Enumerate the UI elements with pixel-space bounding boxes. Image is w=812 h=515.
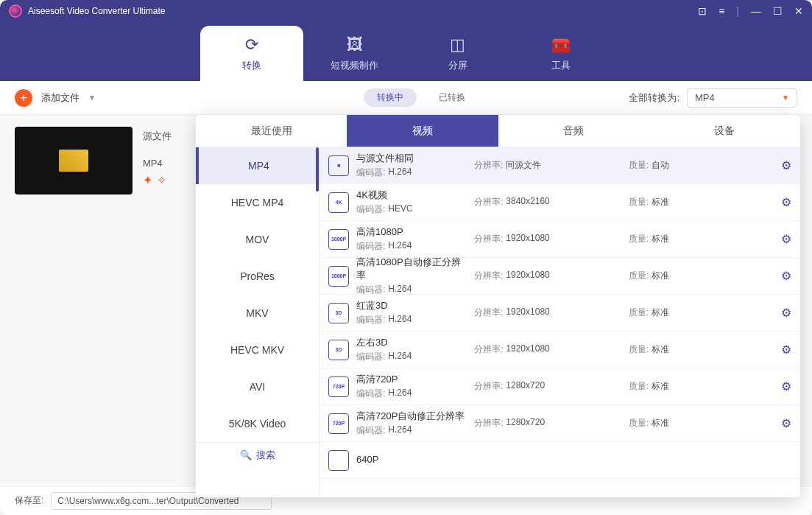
format-badge-icon: 3D <box>328 340 349 360</box>
format-preset-row[interactable]: 3D左右3D编码器:H.264分辨率:1920x1080质量:标准⚙ <box>319 332 800 368</box>
resolution-value: 1920x1080 <box>506 306 549 319</box>
add-files-label[interactable]: 添加文件 <box>41 91 80 105</box>
tab-converting[interactable]: 转换中 <box>364 88 417 107</box>
dd-tab-device[interactable]: 设备 <box>649 115 800 147</box>
format-category-item[interactable]: MP4 <box>196 147 319 184</box>
dd-tab-video[interactable]: 视频 <box>347 115 498 147</box>
quality-label: 质量: <box>629 306 649 319</box>
preset-title: 左右3D <box>356 336 467 349</box>
tab-converted[interactable]: 已转换 <box>426 88 479 107</box>
encoder-value: HEVC <box>388 203 412 216</box>
quality-value: 标准 <box>652 196 669 209</box>
maximize-icon[interactable]: ☐ <box>773 5 783 17</box>
preset-title: 红蓝3D <box>356 299 467 312</box>
gear-icon[interactable]: ⚙ <box>781 416 791 430</box>
nav-collage-label: 分屏 <box>448 59 467 72</box>
format-preset-row[interactable]: 720P高清720P编码器:H.264分辨率:1280x720质量:标准⚙ <box>319 368 800 405</box>
dd-tab-recent[interactable]: 最近使用 <box>196 115 347 147</box>
nav-tools[interactable]: 🧰 工具 <box>509 26 612 81</box>
nav-convert[interactable]: ⟳ 转换 <box>200 26 303 81</box>
chevron-down-icon[interactable]: ▼ <box>88 94 96 102</box>
tools-icon: 🧰 <box>551 35 571 55</box>
format-badge-icon: ■ <box>328 155 349 176</box>
close-icon[interactable]: ✕ <box>794 5 803 17</box>
encoder-value: H.264 <box>388 314 412 326</box>
menu-icon[interactable]: ≡ <box>719 5 724 17</box>
source-file-label: 源文件 <box>143 130 172 143</box>
format-preset-row[interactable]: 1080P高清1080P编码器:H.264分辨率:1920x1080质量:标准⚙ <box>319 221 800 258</box>
encoder-value: H.264 <box>388 240 412 253</box>
format-category-item[interactable]: MOV <box>196 221 319 258</box>
scrollbar[interactable] <box>316 147 319 192</box>
dd-tab-audio[interactable]: 音频 <box>498 115 649 147</box>
quality-value: 自动 <box>652 159 669 172</box>
format-category-item[interactable]: AVI <box>196 368 319 405</box>
format-preset-list: ■与源文件相同编码器:H.264分辨率:同源文件质量:自动⚙4K4K视频编码器:… <box>319 147 800 497</box>
nav-tools-label: 工具 <box>551 59 571 72</box>
video-thumbnail[interactable] <box>15 127 133 195</box>
titlebar: Aiseesoft Video Converter Ultimate ⊡ ≡ |… <box>0 0 812 22</box>
encoder-label: 编码器: <box>356 203 385 216</box>
format-preset-row[interactable]: 4K4K视频编码器:HEVC分辨率:3840x2160质量:标准⚙ <box>319 184 800 221</box>
resolution-value: 1920x1080 <box>506 270 549 282</box>
resolution-label: 分辨率: <box>474 233 503 245</box>
preset-title: 高清1080P <box>356 225 467 239</box>
resolution-value: 1280x720 <box>506 380 545 393</box>
encoder-value: H.264 <box>388 284 412 296</box>
toolbar: + 添加文件 ▼ 转换中 已转换 全部转换为: MP4 ▼ <box>0 81 812 115</box>
minimize-icon[interactable]: — <box>751 5 761 17</box>
gear-icon[interactable]: ⚙ <box>781 379 791 393</box>
quality-value: 标准 <box>652 380 669 393</box>
format-category-item[interactable]: ProRes <box>196 258 319 295</box>
effect-icon[interactable]: ✧ <box>157 173 166 187</box>
gear-icon[interactable]: ⚙ <box>781 158 791 172</box>
format-category-item[interactable]: 5K/8K Video <box>196 405 319 442</box>
search-icon: 🔍 <box>240 449 252 460</box>
format-category-item[interactable]: MKV <box>196 295 319 332</box>
resolution-label: 分辨率: <box>474 343 503 356</box>
gear-icon[interactable]: ⚙ <box>781 195 791 209</box>
preset-title: 与源文件相同 <box>356 152 467 165</box>
collage-icon: ◫ <box>450 35 465 55</box>
format-category-item[interactable]: HEVC MP4 <box>196 184 319 221</box>
format-preset-row[interactable]: 1080P高清1080P自动修正分辨率编码器:H.264分辨率:1920x108… <box>319 258 800 295</box>
feedback-icon[interactable]: ⊡ <box>698 5 707 17</box>
format-badge-icon: 1080P <box>328 229 349 250</box>
format-preset-row[interactable]: 640P <box>319 442 800 479</box>
quality-value: 标准 <box>652 343 669 356</box>
quality-value: 标准 <box>652 233 669 245</box>
nav-convert-label: 转换 <box>242 59 261 72</box>
encoder-value: H.264 <box>388 424 412 437</box>
effect-icon[interactable]: ✦ <box>143 173 152 187</box>
nav-collage[interactable]: ◫ 分屏 <box>406 26 509 81</box>
format-category-item[interactable]: HEVC MKV <box>196 332 319 368</box>
gear-icon[interactable]: ⚙ <box>781 269 791 283</box>
output-format-select[interactable]: MP4 ▼ <box>687 88 797 108</box>
format-preset-row[interactable]: ■与源文件相同编码器:H.264分辨率:同源文件质量:自动⚙ <box>319 147 800 184</box>
gear-icon[interactable]: ⚙ <box>781 306 791 320</box>
search-button[interactable]: 🔍 搜索 <box>196 442 319 467</box>
output-format-value: MP4 <box>695 92 715 103</box>
format-preset-row[interactable]: 720P高清720P自动修正分辨率编码器:H.264分辨率:1280x720质量… <box>319 405 800 442</box>
quality-label: 质量: <box>629 417 649 430</box>
quality-value: 标准 <box>652 270 669 282</box>
search-label: 搜索 <box>256 449 275 462</box>
quality-label: 质量: <box>629 196 649 209</box>
encoder-value: H.264 <box>388 351 412 363</box>
resolution-value: 1920x1080 <box>506 233 549 245</box>
resolution-label: 分辨率: <box>474 270 503 282</box>
nav-mv[interactable]: 🖼 短视频制作 <box>303 26 406 81</box>
resolution-label: 分辨率: <box>474 159 503 172</box>
quality-label: 质量: <box>629 270 649 282</box>
format-badge-icon: 720P <box>328 413 349 434</box>
gear-icon[interactable]: ⚙ <box>781 232 791 246</box>
quality-value: 标准 <box>652 417 669 430</box>
gear-icon[interactable]: ⚙ <box>781 343 791 357</box>
format-badge-icon: 720P <box>328 376 349 397</box>
encoder-label: 编码器: <box>356 314 385 326</box>
format-preset-row[interactable]: 3D红蓝3D编码器:H.264分辨率:1920x1080质量:标准⚙ <box>319 295 800 332</box>
add-files-button[interactable]: + <box>15 89 32 107</box>
preset-title: 高清1080P自动修正分辨率 <box>356 256 467 282</box>
encoder-label: 编码器: <box>356 351 385 363</box>
format-badge-icon: 4K <box>328 192 349 213</box>
